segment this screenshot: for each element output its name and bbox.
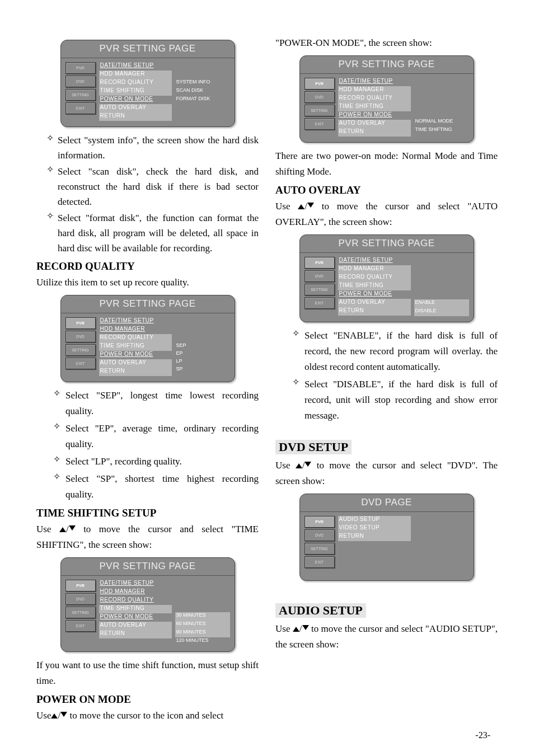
mi: TIME SHIFTING [338, 282, 411, 290]
down-arrow-icon [69, 525, 76, 532]
text: Use / to move the cursor and select "AUT… [275, 199, 498, 230]
nav-exit: EXIT [305, 556, 335, 568]
sub: SEP [175, 342, 230, 350]
menu-pvr-ao: PVR SETTING PAGE PVR DVD SETTING EXIT DA… [299, 234, 474, 322]
sub: TIME SHIFTING [414, 126, 469, 135]
diamond-icon: ✧ [292, 377, 305, 424]
nav-pvr: PVR [65, 62, 96, 74]
menu-pvr-rq: PVR SETTING PAGE PVR DVD SETTING EXIT DA… [60, 295, 235, 382]
down-arrow-icon [305, 462, 311, 468]
nav-pvr: PVR [305, 516, 335, 528]
bullet: ✧Select "scan disk", check the hard disk… [36, 164, 259, 209]
mi: RETURN [338, 307, 411, 316]
bullet-text: Select "scan disk", check the hard disk,… [58, 164, 259, 209]
nav-setting: SETTING [305, 105, 335, 116]
mi: AUTO OVERLAY [99, 622, 172, 630]
diamond-icon: ✧ [46, 164, 58, 209]
bullet: ✧Select "format disk", the function can … [36, 210, 259, 256]
nav-exit: EXIT [65, 358, 96, 369]
up-arrow-icon [296, 462, 302, 468]
nav-exit: EXIT [65, 620, 96, 632]
nav-dvd: DVD [305, 91, 335, 103]
right-col: "POWER-ON MODE", the screen show: PVR SE… [275, 35, 498, 724]
nav-exit: EXIT [305, 118, 335, 130]
bullet: ✧Select "EP", average time, ordinary rec… [36, 421, 259, 452]
mi: RECORD QUALITY [338, 95, 411, 103]
sub: EP [175, 350, 230, 358]
mi: POWER ON MODE [99, 613, 172, 622]
bullet: ✧Select "DISABLE", if the hard disk is f… [275, 377, 498, 424]
diamond-icon: ✧ [53, 454, 65, 469]
sub: LP [175, 358, 230, 366]
diamond-icon: ✧ [53, 388, 65, 419]
mi: RECORD QUALITY [99, 334, 172, 342]
bullet-text: Select "LP", recording quality. [65, 454, 259, 469]
mi: AUTO OVERLAY [338, 299, 411, 307]
nav-dvd: DVD [65, 593, 96, 605]
bullet: ✧Select "SEP", longest time lowest recor… [36, 388, 259, 419]
nav-dvd: DVD [305, 270, 335, 282]
page-number: -23- [475, 730, 490, 740]
sub: ENABLE [414, 299, 469, 308]
mi: DATE/TIME SETUP [99, 580, 172, 588]
mi: RETURN [99, 368, 172, 376]
text: If you want to use the time shift functi… [36, 658, 259, 689]
mi: AUTO OVERLAY [99, 359, 172, 368]
heading-time-shifting: TIME SHIFTING SETUP [36, 507, 259, 519]
heading-auto-overlay: AUTO OVERLAY [275, 184, 498, 196]
up-arrow-icon [298, 203, 305, 209]
bullet-text: Select "system info", the screen show th… [58, 133, 259, 163]
mi: AUDIO SETUP [338, 516, 411, 524]
text: Utilize this item to set up recore quali… [36, 275, 259, 290]
bullet: ✧Select "SP", shortest time highest reco… [36, 471, 259, 503]
sub: SP [175, 366, 230, 374]
diamond-icon: ✧ [46, 133, 58, 163]
mi: TIME SHIFTING [99, 342, 172, 351]
nav-pvr: PVR [305, 257, 335, 269]
mi: DATE/TIME SETUP [99, 317, 172, 326]
mi: HDD MANAGER [99, 326, 172, 334]
sub: 120 MINUTES [175, 637, 230, 646]
columns: PVR SETTING PAGE PVR DVD SETTING EXIT DA… [36, 35, 498, 724]
mi: HDD MANAGER [99, 71, 172, 79]
mi: DATE/TIME SETUP [338, 78, 411, 86]
mi: RETURN [338, 533, 411, 541]
nav-setting: SETTING [65, 89, 96, 101]
mi: RETURN [338, 128, 411, 137]
sub: SCAN DISK [175, 87, 230, 96]
mi: TIME SHIFTING [99, 87, 172, 96]
mi: DATE/TIME SETUP [338, 257, 411, 265]
mi: DATE/TIME SETUP [99, 62, 172, 71]
menu-title: PVR SETTING PAGE [61, 40, 235, 58]
down-arrow-icon [307, 203, 314, 209]
mi: RECORD QUALITY [338, 274, 411, 282]
nav-setting: SETTING [65, 607, 96, 618]
diamond-icon: ✧ [292, 328, 305, 375]
mi: RETURN [99, 630, 172, 638]
sub: FORMAT DISK [175, 96, 230, 104]
mi: VIDEO SETUP [338, 524, 411, 533]
text: Use / to move the cursor and select "DVD… [275, 458, 498, 489]
menu-title: DVD PAGE [300, 494, 474, 512]
menu-title: PVR SETTING PAGE [61, 295, 235, 313]
up-arrow-icon [59, 525, 66, 532]
mi: POWER ON MODE [99, 96, 172, 104]
mi: AUTO OVERLAY [99, 104, 172, 112]
mi: TIME SHIFTING [99, 605, 172, 613]
heading-dvd-setup: DVD SETUP [275, 440, 352, 454]
nav-setting: SETTING [65, 344, 96, 356]
menu-dvd: DVD PAGE PVR DVD SETTING EXIT AUDIO SETU… [299, 494, 474, 581]
bullet-text: Select "DISABLE", if the hard disk is fu… [305, 377, 498, 424]
down-arrow-icon [60, 712, 67, 719]
bullet-text: Select "format disk", the function can f… [58, 210, 259, 256]
mi: RETURN [99, 112, 172, 121]
nav-dvd: DVD [65, 331, 96, 342]
menu-title: PVR SETTING PAGE [61, 558, 235, 576]
sub: DISABLE [414, 308, 469, 316]
heading-audio-setup: AUDIO SETUP [275, 603, 366, 618]
text: "POWER-ON MODE", the screen show: [275, 35, 498, 51]
diamond-icon: ✧ [53, 471, 65, 503]
bullet-text: Select "SEP", longest time lowest record… [65, 388, 259, 419]
menu-title: PVR SETTING PAGE [300, 56, 474, 74]
nav-pvr: PVR [65, 580, 96, 591]
